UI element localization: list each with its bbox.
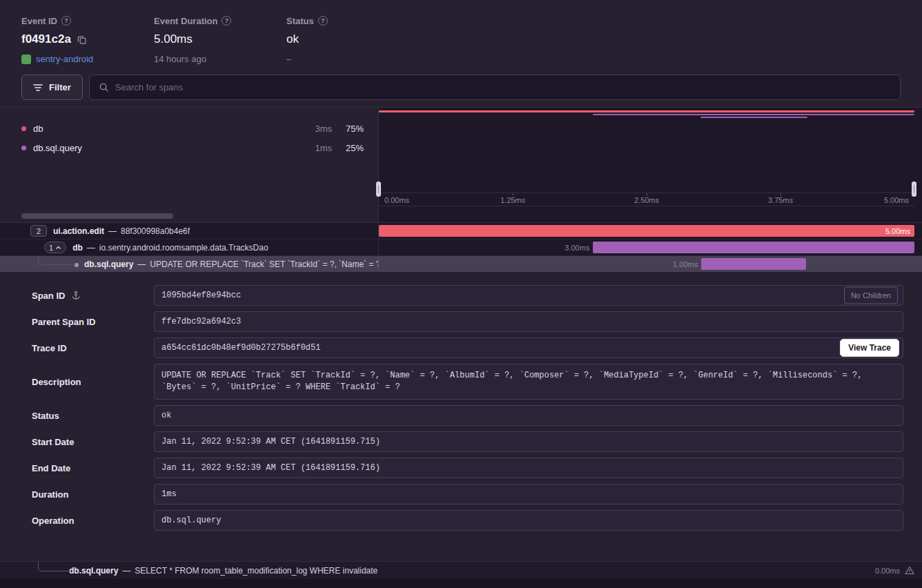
span-duration-bar[interactable]: 5.00ms xyxy=(379,225,914,237)
separator: — xyxy=(122,566,130,576)
description-label: Description xyxy=(32,377,81,387)
project-link[interactable]: sentry-android xyxy=(36,54,93,64)
duration-field[interactable]: 1ms xyxy=(154,484,903,504)
span-op: db.sql.query xyxy=(69,566,118,576)
operation-field[interactable]: db.sql.query xyxy=(154,510,903,531)
tree-connector-dot xyxy=(75,263,79,267)
op-name: db.sql.query xyxy=(33,143,297,153)
detail-row-end-date: End Date Jan 11, 2022 9:52:39 AM CET (16… xyxy=(32,458,903,478)
search-input[interactable] xyxy=(115,82,891,92)
parent-span-id-value: ffe7dbc92a6942c3 xyxy=(161,316,241,328)
span-id-field[interactable]: 1095bd4ef8e94bcc No Children xyxy=(154,285,903,306)
legend-item-db[interactable]: db 3ms 75% xyxy=(21,119,364,138)
span-search[interactable] xyxy=(89,75,901,100)
op-name: db xyxy=(33,124,297,134)
duration-detail-value: 1ms xyxy=(161,489,177,500)
span-tree: 2 ui.action.edit — 88f300998a0b4e6f 5.00… xyxy=(0,222,922,273)
minimap-span-line-ui-action-edit xyxy=(379,110,914,112)
description-value: UPDATE OR REPLACE `Track` SET `TrackId` … xyxy=(161,370,896,393)
span-description: io.sentry.android.roomsample.data.Tracks… xyxy=(99,243,268,253)
time-axis: 0.00ms 1.25ms 2.50ms 3.75ms 5.00ms xyxy=(379,193,914,206)
event-duration-value: 5.00ms xyxy=(154,32,193,46)
span-duration-bar[interactable] xyxy=(593,242,914,253)
span-op: db.sql.query xyxy=(84,259,133,269)
separator: — xyxy=(108,226,117,236)
span-bar-track[interactable]: 1.00ms xyxy=(378,256,922,272)
start-date-field[interactable]: Jan 11, 2022 9:52:39 AM CET (1641891159.… xyxy=(154,431,903,452)
help-icon[interactable]: ? xyxy=(318,16,328,26)
status-sub: – xyxy=(286,54,291,64)
start-date-value: Jan 11, 2022 9:52:39 AM CET (1641891159.… xyxy=(161,436,380,448)
status-field[interactable]: ok xyxy=(154,405,903,426)
span-bar-track[interactable]: 3.00ms xyxy=(378,239,922,255)
minimap-scrollbar[interactable] xyxy=(21,213,173,219)
legend-item-db-sql-query[interactable]: db.sql.query 1ms 25% xyxy=(21,138,364,157)
status-detail-label: Status xyxy=(32,411,59,421)
filter-icon xyxy=(33,84,43,92)
parent-span-id-field[interactable]: ffe7dbc92a6942c3 xyxy=(154,311,903,332)
anchor-icon[interactable] xyxy=(71,291,81,300)
spans-toolbar: Filter xyxy=(0,75,922,100)
span-duration-label: 0.00ms xyxy=(875,567,900,575)
axis-tick: 1.25ms xyxy=(500,196,525,204)
axis-tick: 3.75ms xyxy=(768,196,793,204)
tree-connector-line xyxy=(38,562,72,571)
span-duration-bar[interactable] xyxy=(701,258,806,270)
axis-tick: 2.50ms xyxy=(634,196,659,204)
trace-id-value: a654cc61dc0b48ef9d0b27275b6f0d51 xyxy=(161,342,320,354)
span-children-count-badge[interactable]: 2 xyxy=(30,225,47,237)
span-id-label: Span ID xyxy=(32,291,65,301)
span-row-db-sql-query-selected[interactable]: db.sql.query — UPDATE OR REPLACE `Track`… xyxy=(0,256,922,273)
android-platform-icon xyxy=(21,55,31,64)
status-value: ok xyxy=(286,32,299,46)
detail-row-status: Status ok xyxy=(32,405,903,426)
minimap-timeline[interactable]: 0.00ms 1.25ms 2.50ms 3.75ms 5.00ms xyxy=(378,108,922,222)
span-duration-label: 3.00ms xyxy=(565,239,589,256)
span-row-ui-action-edit[interactable]: 2 ui.action.edit — 88f300998a0b4e6f 5.00… xyxy=(0,223,922,239)
trace-id-label: Trace ID xyxy=(32,343,67,353)
no-children-badge: No Children xyxy=(844,287,898,304)
op-color-dot xyxy=(21,146,26,150)
search-icon xyxy=(99,82,109,92)
event-id-block: Event ID ? f0491c2a sentry-android xyxy=(21,15,154,65)
event-duration-label: Event Duration xyxy=(154,16,217,26)
span-expand-badge[interactable]: 1 xyxy=(44,242,66,253)
parent-span-id-label: Parent Span ID xyxy=(32,317,95,327)
event-duration-block: Event Duration ? 5.00ms 14 hours ago xyxy=(154,15,286,65)
viewport-handle-left[interactable] xyxy=(376,182,381,197)
start-date-label: Start Date xyxy=(32,437,74,447)
child-count: 1 xyxy=(49,244,53,252)
viewport-handle-right[interactable] xyxy=(912,182,916,197)
trace-id-field[interactable]: a654cc61dc0b48ef9d0b27275b6f0d51 View Tr… xyxy=(154,337,903,358)
span-op: ui.action.edit xyxy=(53,226,104,236)
event-header: Event ID ? f0491c2a sentry-android Event… xyxy=(0,0,922,75)
span-description: 88f300998a0b4e6f xyxy=(121,226,190,236)
duration-detail-label: Duration xyxy=(32,489,68,500)
span-bar-track[interactable]: 5.00ms xyxy=(378,223,922,239)
span-row-db-sql-query-select[interactable]: db.sql.query — SELECT * FROM room_table_… xyxy=(0,561,922,579)
span-op: db xyxy=(72,243,83,253)
detail-row-operation: Operation db.sql.query xyxy=(32,510,903,531)
description-field[interactable]: UPDATE OR REPLACE `Track` SET `TrackId` … xyxy=(154,364,903,400)
axis-tick: 5.00ms xyxy=(884,196,909,204)
op-duration: 3ms xyxy=(297,124,332,134)
view-trace-button[interactable]: View Trace xyxy=(840,339,899,357)
end-date-value: Jan 11, 2022 9:52:39 AM CET (1641891159.… xyxy=(161,462,380,474)
detail-row-duration: Duration 1ms xyxy=(32,484,903,504)
minimap-span-line-db xyxy=(593,114,914,115)
span-details-panel: Span ID 1095bd4ef8e94bcc No Children Par… xyxy=(0,273,922,561)
end-date-field[interactable]: Jan 11, 2022 9:52:39 AM CET (1641891159.… xyxy=(154,458,903,478)
axis-tick: 0.00ms xyxy=(384,196,409,204)
help-icon[interactable]: ? xyxy=(222,16,231,26)
help-icon[interactable]: ? xyxy=(61,16,71,26)
detail-row-span-id: Span ID 1095bd4ef8e94bcc No Children xyxy=(32,285,903,306)
copy-icon[interactable] xyxy=(77,35,86,44)
minimap-inner: 0.00ms 1.25ms 2.50ms 3.75ms 5.00ms xyxy=(379,108,914,222)
event-id-value: f0491c2a xyxy=(21,32,71,46)
filter-button-label: Filter xyxy=(49,82,71,92)
status-label: Status xyxy=(286,16,314,26)
span-row-db[interactable]: 1 db — io.sentry.android.roomsample.data… xyxy=(0,239,922,256)
detail-row-parent-span-id: Parent Span ID ffe7dbc92a6942c3 xyxy=(32,311,903,332)
bottom-strip xyxy=(0,579,922,588)
filter-button[interactable]: Filter xyxy=(21,75,83,100)
